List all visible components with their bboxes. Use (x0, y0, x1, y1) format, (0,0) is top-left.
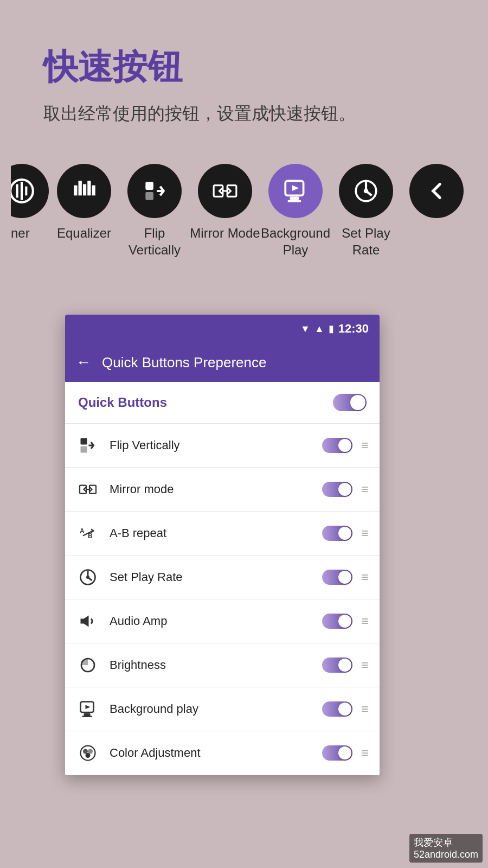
battery-icon: ▮ (329, 323, 334, 335)
icon-item-equalizer[interactable]: Equalizer (49, 164, 119, 241)
icon-label-equalizer: Equalizer (57, 225, 111, 241)
list-item-flip-vertically: Flip Vertically ≡ (65, 424, 380, 468)
svg-rect-17 (287, 200, 301, 202)
app-bar: ← Quick Buttons Preperence (65, 343, 380, 382)
quick-buttons-toggle-row: Quick Buttons (65, 382, 380, 424)
icon-item-flip-vertically[interactable]: Flip Vertically (119, 164, 190, 258)
status-time: 12:30 (338, 322, 369, 336)
drag-handle-flip-vertically[interactable]: ≡ (361, 438, 369, 453)
app-bar-title: Quick Buttons Preperence (102, 354, 267, 371)
mirror-mode-icon (198, 164, 252, 218)
icon-label-set-play-rate: Set Play Rate (331, 225, 401, 258)
list-actions-audio-amp: ≡ (322, 614, 369, 629)
svg-point-20 (364, 189, 368, 193)
phone-mockup: ▼ ▲ ▮ 12:30 ← Quick Buttons Preperence Q… (65, 315, 380, 775)
toggle-color-adjustment[interactable] (322, 745, 352, 761)
svg-rect-12 (145, 192, 153, 200)
list-actions-background-play: ≡ (322, 701, 369, 717)
flip-vertically-list-icon (76, 433, 100, 457)
svg-point-37 (88, 749, 93, 754)
svg-point-38 (86, 753, 91, 758)
svg-rect-6 (83, 184, 86, 195)
drag-handle-audio-amp[interactable]: ≡ (361, 614, 369, 629)
drag-handle-brightness[interactable]: ≡ (361, 658, 369, 673)
status-bar: ▼ ▲ ▮ 12:30 (65, 315, 380, 343)
background-play-icon (268, 164, 323, 218)
toggle-ab-repeat[interactable] (322, 526, 352, 541)
flip-vertically-icon (127, 164, 182, 218)
toggle-flip-vertically[interactable] (322, 438, 352, 453)
icon-row: ner Equalizer Flip Vertically Mirror Mod… (0, 142, 488, 280)
svg-rect-32 (84, 713, 91, 716)
header-section: 快速按钮 取出经常使用的按钮，设置成快速按钮。 (0, 0, 488, 142)
svg-rect-8 (92, 185, 95, 195)
toggle-knob (350, 395, 365, 410)
list-item-background-play: Background play ≡ (65, 687, 380, 731)
list-actions-brightness: ≡ (322, 658, 369, 673)
svg-rect-22 (81, 446, 87, 453)
list-actions-ab-repeat: ≡ (322, 526, 369, 541)
svg-rect-5 (79, 182, 82, 195)
list-item-brightness: Brightness ≡ (65, 643, 380, 687)
list-item-set-play-rate: Set Play Rate ≡ (65, 556, 380, 599)
list-text-set-play-rate: Set Play Rate (110, 570, 312, 584)
list-item-mirror-mode: Mirror mode ≡ (65, 468, 380, 512)
list-section: Flip Vertically ≡ Mirror mode ≡ (65, 424, 380, 775)
svg-point-36 (83, 749, 88, 754)
quick-buttons-label: Quick Buttons (78, 395, 167, 410)
svg-marker-18 (292, 185, 299, 190)
svg-rect-21 (81, 438, 87, 445)
list-actions-flip-vertically: ≡ (322, 438, 369, 453)
icon-item-background-play[interactable]: Background Play (260, 164, 331, 258)
list-item-ab-repeat: AB A-B repeat ≡ (65, 512, 380, 556)
list-text-ab-repeat: A-B repeat (110, 526, 312, 540)
svg-rect-7 (87, 181, 91, 195)
ab-repeat-list-icon: AB (76, 521, 100, 545)
list-text-color-adjustment: Color Adjustment (110, 746, 312, 760)
list-text-background-play: Background play (110, 702, 312, 716)
toggle-background-play[interactable] (322, 701, 352, 717)
icon-label-flip-vertically: Flip Vertically (119, 225, 190, 258)
mirror-mode-list-icon (76, 477, 100, 501)
list-text-flip-vertically: Flip Vertically (110, 438, 312, 452)
svg-point-28 (86, 576, 89, 579)
list-text-audio-amp: Audio Amp (110, 614, 312, 628)
signal-icon: ▲ (314, 323, 324, 335)
watermark: 我爱安卓52android.com (409, 834, 483, 863)
svg-marker-34 (86, 705, 91, 710)
drag-handle-mirror-mode[interactable]: ≡ (361, 482, 369, 497)
list-text-mirror-mode: Mirror mode (110, 482, 312, 496)
set-play-rate-icon (339, 164, 393, 218)
drag-handle-color-adjustment[interactable]: ≡ (361, 745, 369, 761)
icon-item-set-play-rate[interactable]: Set Play Rate (331, 164, 401, 258)
icon-item-back[interactable] (401, 164, 472, 225)
color-adjustment-list-icon (76, 741, 100, 765)
quick-buttons-toggle[interactable] (333, 394, 367, 411)
toggle-audio-amp[interactable] (322, 614, 352, 629)
drag-handle-background-play[interactable]: ≡ (361, 701, 369, 717)
icon-item-partial[interactable]: ner (11, 164, 49, 241)
set-play-rate-list-icon (76, 565, 100, 589)
list-actions-set-play-rate: ≡ (322, 570, 369, 585)
svg-marker-29 (81, 616, 89, 627)
list-item-color-adjustment: Color Adjustment ≡ (65, 731, 380, 775)
list-actions-mirror-mode: ≡ (322, 482, 369, 497)
list-text-brightness: Brightness (110, 658, 312, 672)
back-button[interactable]: ← (76, 354, 91, 371)
toggle-mirror-mode[interactable] (322, 482, 352, 497)
back-chevron-icon (409, 164, 464, 218)
svg-rect-4 (74, 186, 77, 195)
icon-item-mirror-mode[interactable]: Mirror Mode (190, 164, 260, 241)
main-title: 快速按钮 (43, 43, 445, 91)
drag-handle-set-play-rate[interactable]: ≡ (361, 570, 369, 585)
toggle-brightness[interactable] (322, 658, 352, 673)
svg-rect-16 (290, 196, 299, 200)
drag-handle-ab-repeat[interactable]: ≡ (361, 526, 369, 541)
svg-rect-33 (82, 716, 92, 717)
icon-label-partial: ner (11, 225, 30, 241)
list-item-audio-amp: Audio Amp ≡ (65, 599, 380, 643)
svg-text:A: A (80, 527, 85, 535)
brightness-list-icon (76, 653, 100, 677)
toggle-set-play-rate[interactable] (322, 570, 352, 585)
status-icons: ▼ ▲ ▮ 12:30 (300, 322, 369, 336)
